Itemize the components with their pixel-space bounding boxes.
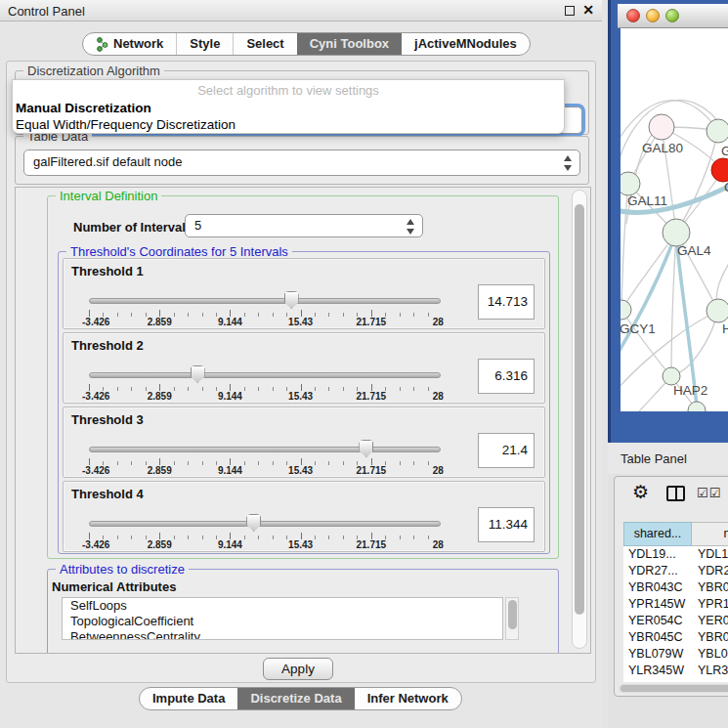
table-horizontal-scrollbar[interactable] [619, 684, 728, 693]
numerical-attributes-list: SelfLoops TopologicalCoefficient Between… [62, 597, 503, 640]
gear-icon[interactable]: ⚙ [632, 481, 649, 502]
list-scrollbar[interactable] [505, 597, 519, 640]
list-item[interactable]: BetweennessCentrality [63, 629, 502, 640]
threshold-3-value-field[interactable]: 21.4 [478, 433, 535, 468]
cell-shared-name: YBR045C [623, 629, 692, 646]
table-row[interactable]: YBR043C YBR0 [623, 579, 728, 596]
threshold-1-slider-thumb[interactable] [284, 291, 299, 309]
threshold-2-label: Threshold 2 [71, 338, 144, 353]
threshold-1-value-field[interactable]: 14.713 [478, 284, 535, 320]
tab-network[interactable]: Network [83, 33, 176, 55]
scale-tick-label: 2.859 [148, 465, 172, 476]
network-node-gal11[interactable] [621, 172, 640, 195]
scale-tick-label: -3.426 [82, 317, 109, 327]
cell-shared-name: YDR27... [623, 563, 692, 579]
checkboxes-icon[interactable]: ☑☑ [697, 486, 721, 500]
cell-shared-name: YBR043C [623, 579, 692, 596]
threshold-2-value-field[interactable]: 6.316 [478, 359, 535, 394]
table-row[interactable]: YER054C YER0 [623, 613, 728, 629]
slider-scale: -3.426 2.859 9.144 15.43 21.715 28 [89, 539, 442, 551]
threshold-2-box: Threshold 2 -3.426 2.859 9.144 15.43 [63, 332, 545, 404]
number-of-intervals-label: Number of Intervals [73, 220, 193, 235]
network-node-gcy1[interactable] [621, 300, 631, 320]
numerical-attributes-label: Numerical Attributes [52, 579, 176, 594]
table-panel-title: Table Panel [621, 451, 687, 466]
threshold-4-slider-thumb[interactable] [246, 514, 261, 532]
settings-scrollbar[interactable] [572, 190, 587, 649]
table-row[interactable]: YBL079W YBL0 [623, 646, 728, 663]
tab-jactivemnodules[interactable]: jActiveMNodules [402, 33, 530, 55]
column-header-shared-name[interactable]: shared... [623, 522, 692, 546]
network-node-h[interactable] [707, 299, 728, 322]
dropdown-option-equal-width[interactable]: Equal Width/Frequency Discretization [16, 117, 236, 132]
float-window-icon[interactable] [565, 6, 575, 16]
scale-tick-label: 9.144 [218, 465, 242, 476]
table-data-value: galFiltered.sif default node [33, 154, 182, 169]
zoom-traffic-light-icon[interactable] [665, 9, 679, 22]
table-row[interactable]: YIL052C YIL0 [623, 679, 728, 682]
minimize-traffic-light-icon[interactable] [646, 9, 660, 22]
tab-impute-data[interactable]: Impute Data [140, 688, 237, 709]
threshold-1-label: Threshold 1 [71, 264, 144, 278]
slider-scale: -3.426 2.859 9.144 15.43 21.715 28 [89, 465, 442, 477]
list-item[interactable]: TopologicalCoefficient [63, 614, 502, 629]
table-header-row: shared... na [623, 522, 728, 546]
network-node-clipped-bottom[interactable] [688, 402, 706, 411]
column-header-name[interactable]: na [692, 522, 728, 546]
network-canvas[interactable]: GAL80 G C GAL11 GAL4 GCY1 H HAP2 [621, 28, 728, 411]
tab-cyni-toolbox[interactable]: Cyni Toolbox [297, 33, 402, 55]
list-item[interactable]: SelfLoops [63, 598, 502, 614]
tab-discretize-data-label: Discretize Data [250, 688, 341, 709]
thresholds-group: Threshold's Coordinates for 5 Intervals … [58, 251, 550, 554]
scale-tick-label: 2.859 [148, 317, 172, 327]
tab-infer-network[interactable]: Infer Network [355, 688, 461, 709]
scale-tick-label: 15.43 [288, 539, 313, 550]
scale-tick-label: 9.144 [218, 539, 242, 550]
scale-tick-label: 2.859 [148, 391, 172, 402]
network-node-gal80[interactable] [649, 114, 674, 140]
scale-tick-label: 2.859 [148, 539, 172, 550]
number-of-intervals-combobox[interactable]: 5 [185, 214, 423, 237]
slider-track [89, 372, 441, 378]
cell-shared-name: YIL052C [623, 679, 692, 682]
stepper-icon [406, 218, 416, 236]
threshold-2-slider-thumb[interactable] [191, 365, 205, 383]
tab-jactivemnodules-label: jActiveMNodules [414, 33, 517, 55]
dropdown-option-manual[interactable]: Manual Discretization [16, 101, 151, 115]
tab-select[interactable]: Select [233, 33, 296, 55]
dropdown-prompt: Select algorithm to view settings [13, 83, 564, 98]
tab-discretize-data[interactable]: Discretize Data [237, 688, 354, 709]
threshold-4-value-field[interactable]: 11.344 [478, 507, 535, 542]
tab-style[interactable]: Style [176, 33, 233, 55]
control-panel-titlebar: Control Panel ✕ [0, 0, 602, 21]
scale-tick-label: 9.144 [218, 391, 242, 402]
network-node-gal4[interactable] [663, 219, 690, 246]
table-row[interactable]: YBR045C YBR0 [623, 629, 728, 646]
table-data-combobox[interactable]: galFiltered.sif default node [23, 150, 580, 176]
tab-infer-network-label: Infer Network [367, 688, 449, 709]
close-traffic-light-icon[interactable] [626, 9, 640, 22]
cell-name: YDR2 [692, 563, 728, 579]
table-row[interactable]: YPR145W YPR1 [623, 596, 728, 613]
scale-tick-label: 28 [433, 539, 444, 550]
network-window-titlebar [618, 4, 728, 28]
node-table: shared... na YDL19... YDL1 YDR27... YDR2… [623, 522, 728, 682]
network-node-clipped-right[interactable] [707, 119, 728, 143]
stepper-icon [563, 154, 574, 172]
table-row[interactable]: YDR27... YDR2 [623, 563, 728, 579]
apply-button[interactable]: Apply [263, 658, 333, 680]
scale-tick-label: 21.715 [357, 391, 387, 402]
node-label-h: H [722, 321, 728, 336]
scale-tick-label: 28 [433, 391, 444, 402]
node-label-g: G [721, 144, 728, 158]
table-row[interactable]: YLR345W YLR3 [623, 663, 728, 679]
tab-impute-data-label: Impute Data [152, 688, 225, 709]
slider-scale: -3.426 2.859 9.144 15.43 21.715 28 [89, 317, 442, 328]
threshold-4-box: Threshold 4 -3.426 2.859 9.144 15.43 [63, 481, 545, 552]
scale-tick-label: -3.426 [82, 539, 109, 550]
close-icon[interactable]: ✕ [582, 2, 594, 18]
cell-shared-name: YDL19... [623, 546, 692, 563]
table-row[interactable]: YDL19... YDL1 [623, 546, 728, 563]
columns-icon[interactable] [666, 486, 685, 501]
threshold-3-slider-thumb[interactable] [359, 440, 373, 457]
